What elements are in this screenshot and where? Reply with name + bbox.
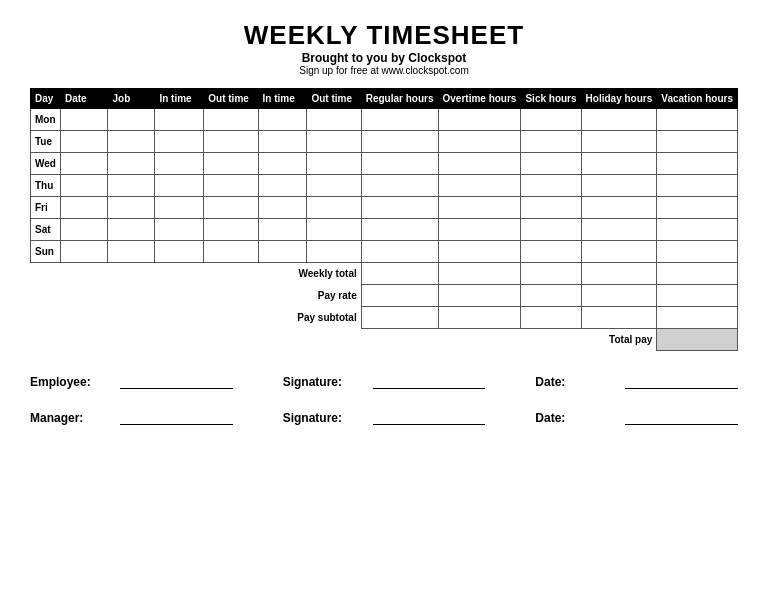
col-vacation-hours: Vacation hours (657, 89, 738, 109)
timesheet-table: Day Date Job In time Out time In time Ou… (30, 88, 738, 351)
employee-label: Employee: (30, 375, 110, 389)
table-row: Thu (31, 175, 738, 197)
employee-date-label: Date: (535, 375, 615, 389)
pay-subtotal-label: Pay subtotal (31, 307, 362, 329)
day-sun: Sun (31, 241, 61, 263)
col-holiday-hours: Holiday hours (581, 89, 657, 109)
col-date: Date (60, 89, 107, 109)
pay-subtotal-row: Pay subtotal (31, 307, 738, 329)
day-thu: Thu (31, 175, 61, 197)
total-pay-row: Total pay (31, 329, 738, 351)
col-job: Job (108, 89, 155, 109)
manager-date-line (625, 407, 738, 425)
total-pay-label: Total pay (581, 329, 657, 351)
table-header-row: Day Date Job In time Out time In time Ou… (31, 89, 738, 109)
table-row: Wed (31, 153, 738, 175)
manager-label: Manager: (30, 411, 110, 425)
employee-sig-row: Employee: Signature: Date: (30, 371, 738, 389)
table-row: Tue (31, 131, 738, 153)
table-row: Sun (31, 241, 738, 263)
page-title: WEEKLY TIMESHEET (30, 20, 738, 51)
manager-date-label: Date: (535, 411, 615, 425)
subtitle: Brought to you by Clockspot (30, 51, 738, 65)
col-in-time-1: In time (155, 89, 204, 109)
day-fri: Fri (31, 197, 61, 219)
day-mon: Mon (31, 109, 61, 131)
col-out-time-2: Out time (307, 89, 361, 109)
manager-signature-label: Signature: (283, 411, 363, 425)
day-tue: Tue (31, 131, 61, 153)
sub-subtitle: Sign up for free at www.clockspot.com (30, 65, 738, 76)
signatures-section: Employee: Signature: Date: Manager: Sign… (30, 371, 738, 425)
col-in-time-2: In time (258, 89, 307, 109)
total-pay-value (657, 329, 738, 351)
col-sick-hours: Sick hours (521, 89, 581, 109)
weekly-total-label: Weekly total (31, 263, 362, 285)
col-overtime-hours: Overtime hours (438, 89, 521, 109)
day-sat: Sat (31, 219, 61, 241)
table-row: Sat (31, 219, 738, 241)
weekly-total-row: Weekly total (31, 263, 738, 285)
employee-date-line (625, 371, 738, 389)
manager-signature-line (373, 407, 486, 425)
page-header: WEEKLY TIMESHEET Brought to you by Clock… (30, 20, 738, 76)
table-row: Mon (31, 109, 738, 131)
table-row: Fri (31, 197, 738, 219)
col-out-time-1: Out time (204, 89, 258, 109)
col-day: Day (31, 89, 61, 109)
manager-sig-row: Manager: Signature: Date: (30, 407, 738, 425)
col-regular-hours: Regular hours (361, 89, 438, 109)
employee-signature-label: Signature: (283, 375, 363, 389)
pay-rate-label: Pay rate (31, 285, 362, 307)
employee-signature-line (373, 371, 486, 389)
manager-line (120, 407, 233, 425)
employee-line (120, 371, 233, 389)
pay-rate-row: Pay rate (31, 285, 738, 307)
day-wed: Wed (31, 153, 61, 175)
